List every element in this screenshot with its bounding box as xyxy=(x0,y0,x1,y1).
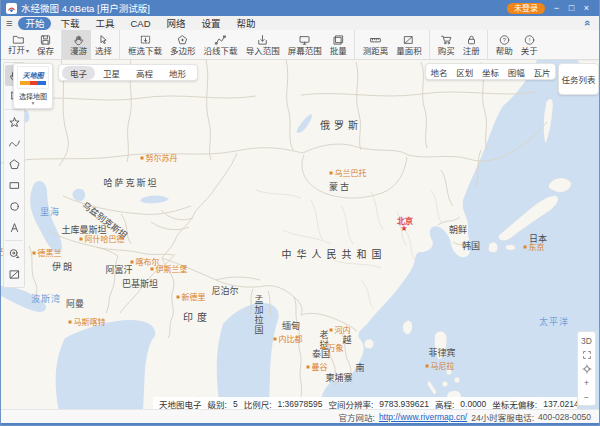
mc-3d[interactable]: 3D xyxy=(578,334,595,347)
btn-box-download[interactable]: 框选下载 xyxy=(119,30,166,59)
tab-terrain[interactable]: 地形 xyxy=(161,66,194,80)
basemap-canvas xyxy=(1,60,599,409)
mc-zoom-out[interactable]: − xyxy=(578,390,595,403)
menu-start[interactable]: 开始 xyxy=(18,17,51,30)
map-viewport[interactable]: 俄罗斯哈萨克斯坦努尔苏丹蒙古乌兰巴托里海乌兹别克斯坦土库曼斯坦阿什哈巴德德黑兰巴… xyxy=(1,60,599,409)
map-source-card[interactable]: 天地图 选择地图 ▼ xyxy=(13,63,53,109)
app-window: 水经微图 4.0Beta [用户测试版] 未登录 −□× ≡ 开始下载工具CAD… xyxy=(0,0,600,426)
ribbon-toolbar: 打开 保存 漫游 选择 框选下载 多边形 沿线下载 导入范围 xyxy=(1,30,599,60)
phone-label: 24小时客服电话: xyxy=(471,411,534,423)
toolbar-button-icon xyxy=(214,34,227,46)
toolbar-button-icon xyxy=(39,34,52,46)
mc-zoom-in[interactable]: + xyxy=(578,376,595,389)
toolbar-button-icon xyxy=(72,34,85,46)
status-elevation: 0.0000 xyxy=(460,399,486,409)
toolbar-button-icon xyxy=(498,34,511,46)
window-controls: −□× xyxy=(549,0,594,16)
btn-import-extent[interactable]: 导入范围 xyxy=(242,30,284,59)
tab-vector[interactable]: 电子 xyxy=(62,66,95,80)
map-nav-controls: 3D + − xyxy=(577,331,596,406)
btn-screen-extent[interactable]: 屏幕范围 xyxy=(284,30,326,59)
site-link[interactable]: http://www.rivermap.cn/ xyxy=(379,412,467,422)
status-source: 天地图电子 xyxy=(159,398,202,410)
btn-save[interactable]: 保存 xyxy=(33,30,58,59)
layer-tabs: 电子卫星高程地形 xyxy=(58,64,198,81)
toolbar-button-icon xyxy=(139,34,152,46)
menu-network[interactable]: 网络 xyxy=(160,17,193,30)
btn-line-download[interactable]: 沿线下载 xyxy=(200,30,242,59)
btn-about[interactable]: 关于 xyxy=(517,30,542,59)
draw-tool-icon xyxy=(8,247,21,260)
toolbar-button-icon xyxy=(256,34,269,46)
lt-measure-area[interactable] xyxy=(5,264,23,285)
task-list-button[interactable]: 任务列表 xyxy=(558,63,599,95)
close-button[interactable]: × xyxy=(579,0,594,16)
hamburger-icon[interactable]: ≡ xyxy=(6,17,12,29)
draw-tool-icon xyxy=(8,221,21,234)
app-logo-icon xyxy=(6,3,17,14)
toolbar-button-icon xyxy=(402,34,415,46)
toolbar-button-icon xyxy=(97,34,110,46)
toolbar-button-icon xyxy=(332,34,345,46)
menu-download[interactable]: 下载 xyxy=(53,17,86,30)
btn-select[interactable]: 选择 xyxy=(91,30,116,59)
draw-tool-icon xyxy=(8,116,21,129)
lt-measure-distance[interactable] xyxy=(5,240,23,264)
status-scale-label: 比例尺: xyxy=(244,398,272,410)
status-bar: 天地图电子 级别:5 比例尺:1:36978595 空间分辨率:9783.939… xyxy=(153,397,577,409)
draw-tool-icon xyxy=(8,158,21,171)
menu-bar: ≡ 开始下载工具CAD网络设置帮助 « xyxy=(1,16,599,30)
draw-tool-icon xyxy=(8,200,21,213)
phone-number: 400-028-0050 xyxy=(538,412,591,422)
btn-register[interactable]: 注册 xyxy=(459,30,484,59)
login-status-badge[interactable]: 未登录 xyxy=(507,3,545,14)
draw-tool-icon xyxy=(8,179,21,192)
mc-locate[interactable] xyxy=(578,362,595,375)
draw-tool-icon xyxy=(8,268,21,281)
lt-draw-text[interactable] xyxy=(5,217,23,238)
tianditu-logo-text: 天地图 xyxy=(23,70,44,80)
toolbar-button-icon xyxy=(465,34,478,46)
window-title: 水经微图 4.0Beta [用户测试版] xyxy=(21,1,150,15)
chevron-down-icon[interactable]: ▼ xyxy=(31,101,36,106)
map-tool-item[interactable]: 图幅 xyxy=(508,66,525,78)
lt-draw-circle[interactable] xyxy=(5,196,23,217)
status-resolution-label: 空间分辨率: xyxy=(328,398,373,410)
lt-draw-rect[interactable] xyxy=(5,175,23,196)
menu-tools[interactable]: 工具 xyxy=(88,17,121,30)
btn-buy[interactable]: 购买 xyxy=(429,30,459,59)
map-nav-icon xyxy=(582,364,592,374)
mc-fullscreen[interactable] xyxy=(578,348,595,361)
status-level: 5 xyxy=(233,399,238,409)
map-tool-item[interactable]: 区划 xyxy=(456,66,473,78)
menu-settings[interactable]: 设置 xyxy=(195,17,228,30)
status-coord-label: 坐标无偏移: xyxy=(492,398,537,410)
toolbar-button-icon xyxy=(369,34,382,46)
toolbar-button-icon xyxy=(523,34,536,46)
collapse-ribbon-icon[interactable]: « xyxy=(582,20,594,26)
btn-batch[interactable]: 批量 xyxy=(326,30,351,59)
lt-draw-star[interactable] xyxy=(5,109,23,133)
toolbar-button-icon xyxy=(440,34,453,46)
btn-pan[interactable]: 漫游 xyxy=(61,30,91,59)
lt-draw-polyline[interactable] xyxy=(5,133,23,154)
btn-measure-area[interactable]: 量面积 xyxy=(392,30,426,59)
maximize-button[interactable]: □ xyxy=(564,0,579,16)
btn-help[interactable]: 帮助 xyxy=(487,30,517,59)
menu-cad[interactable]: CAD xyxy=(123,17,157,30)
map-tool-item[interactable]: 地名 xyxy=(430,66,447,78)
lt-draw-polygon[interactable] xyxy=(5,154,23,175)
toolbar-button-icon xyxy=(298,34,311,46)
status-resolution: 9783.939621 xyxy=(379,399,429,409)
tab-elevation[interactable]: 高程 xyxy=(128,66,161,80)
map-tool-item[interactable]: 坐标 xyxy=(482,66,499,78)
btn-open[interactable]: 打开 xyxy=(4,30,33,59)
minimize-button[interactable]: − xyxy=(549,0,564,16)
map-tool-box: 地名区划坐标图幅瓦片 xyxy=(425,63,556,80)
map-tool-item[interactable]: 瓦片 xyxy=(534,66,551,78)
menu-help[interactable]: 帮助 xyxy=(230,17,263,30)
btn-polygon[interactable]: 多边形 xyxy=(166,30,200,59)
tab-satellite[interactable]: 卫星 xyxy=(95,66,128,80)
status-level-label: 级别: xyxy=(208,398,227,410)
btn-measure-distance[interactable]: 测距离 xyxy=(354,30,393,59)
